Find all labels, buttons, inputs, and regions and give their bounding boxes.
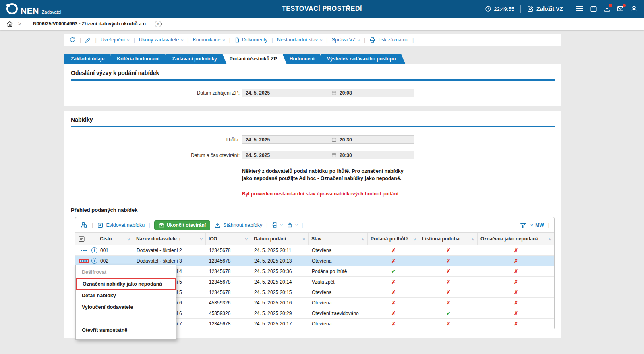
tab-vysledek-postupu[interactable]: Výsledek zadávacího postupu [321, 54, 406, 64]
downloads-icon[interactable] [603, 5, 611, 12]
calendar-icon[interactable] [331, 153, 337, 158]
filter-caret-icon[interactable]: ▽ [549, 237, 551, 241]
cell-ico: 12345678 [206, 245, 251, 255]
otevirani-control: 24. 5. 2025 20:30 [242, 151, 414, 159]
cell-listinna-podoba: ✗ [419, 256, 478, 266]
menu-sprava-vz[interactable]: Správa VZ▽ [332, 37, 360, 43]
breadcrumb-record[interactable]: N006/25/V00004963 - Zřízení datových okr… [33, 21, 150, 27]
close-record-icon[interactable]: ✕ [155, 21, 162, 27]
column-nazev-dodavatele[interactable]: Název dodavatele↑▽ [133, 233, 206, 245]
menu-item-otevrit-samostatne[interactable]: Otevřít samostatně [76, 324, 176, 336]
tisk-zaznamu-button[interactable]: Tisk záznamu [369, 37, 408, 43]
breadcrumb-chevron: > [18, 21, 21, 27]
separator: | [149, 222, 150, 228]
filter-caret-icon[interactable]: ▽ [245, 237, 248, 241]
header-settings-cell[interactable] [75, 233, 97, 245]
calendar-icon[interactable] [590, 5, 597, 12]
info-icon[interactable]: i [91, 247, 97, 253]
column-stav[interactable]: Stav▽ [309, 233, 368, 245]
row-actions-button-highlighted[interactable] [79, 259, 89, 263]
table-row[interactable]: i 001 Dodavatel - školení 2 12345678 24.… [75, 245, 554, 256]
filter-caret-icon[interactable]: ▽ [303, 237, 305, 241]
export-button[interactable]: ▽ [287, 222, 298, 228]
otevirani-date-input[interactable]: 24. 5. 2025 [242, 151, 328, 159]
tab-zakladni-udaje[interactable]: Základní údaje [64, 54, 114, 64]
tab-kriteria-hodnoceni[interactable]: Kritéria hodnocení [110, 54, 169, 64]
menu-item-oznaceni-nepodana[interactable]: Označení nabídky jako nepodaná [76, 278, 176, 290]
menu-spacer [76, 313, 176, 324]
filter-caret-icon[interactable]: ▽ [362, 237, 364, 241]
search-participant-icon[interactable] [80, 221, 88, 229]
session-clock: 22:49:55 [485, 6, 514, 12]
brand[interactable]: NEN Zadavatel [6, 3, 61, 15]
ukoncit-otevirani-button[interactable]: Ukončit otevírání [154, 220, 210, 230]
filter-caret-icon[interactable]: ▽ [414, 237, 416, 241]
calendar-icon[interactable] [331, 137, 337, 142]
filter-icon[interactable] [520, 222, 526, 228]
nen-logo-icon [6, 3, 18, 14]
column-ico[interactable]: IČO▽ [206, 233, 251, 245]
lhuta-date-input[interactable]: 24. 5. 2025 [242, 135, 328, 144]
cell-datum-podani: 24. 5. 2025 20:15 [251, 287, 309, 297]
separator [520, 5, 521, 13]
separator: | [364, 37, 365, 43]
menu-ukony-zadavatele[interactable]: Úkony zadavatele▽ [139, 37, 184, 43]
mw-layout-selector[interactable]: ▽ MW [530, 222, 544, 228]
filter-caret-icon[interactable]: ▽ [200, 237, 203, 241]
column-listinna-podoba[interactable]: Listinná podoba▽ [419, 233, 478, 245]
cell-oznacena-nepodana: ✗ [478, 287, 554, 297]
section-title: Odeslání výzvy k podání nabídek [71, 70, 555, 81]
row-actions-button[interactable] [79, 248, 89, 253]
column-oznacena-nepodana[interactable]: Označena jako nepodaná▽ [478, 233, 554, 245]
tab-hodnoceni[interactable]: Hodnocení [283, 54, 324, 64]
otevirani-time-input[interactable]: 20:30 [328, 151, 414, 159]
column-datum-podani[interactable]: Datum podání▽ [251, 233, 309, 245]
refresh-icon[interactable] [69, 37, 76, 43]
filter-caret-icon[interactable]: ▽ [128, 237, 130, 241]
datum-zahajeni-time-input[interactable]: 20:08 [328, 89, 414, 97]
cell-podana-po-lhute: ✗ [368, 287, 419, 297]
menu-nestandardni-stav[interactable]: Nestandardní stav▽ [277, 37, 323, 43]
separator: | [229, 37, 230, 43]
column-podana-po-lhute[interactable]: Podaná po lhůtě▽ [368, 233, 419, 245]
cell-oznacena-nepodana: ✗ [478, 308, 554, 318]
cell-podana-po-lhute: ✗ [368, 277, 419, 287]
menu-icon[interactable] [576, 6, 584, 12]
cell-listinna-podoba: ✗ [419, 287, 478, 297]
cell-stav: Otevřena [309, 298, 368, 308]
menu-item-detail-nabidky[interactable]: Detail nabídky [76, 290, 176, 301]
menu-dokumenty[interactable]: Dokumenty [234, 37, 267, 43]
section-odeslani-vyzvy: Odeslání výzvy k podání nabídek Datum za… [64, 64, 561, 106]
lhuta-control: 24. 5. 2025 20:30 [242, 135, 414, 144]
tab-zadavaci-podminky[interactable]: Zadávací podmínky [166, 54, 226, 64]
zalozit-vz-button[interactable]: Založit VZ [527, 6, 563, 12]
printer-icon [369, 37, 375, 43]
menu-uverejneni[interactable]: Uveřejnění▽ [101, 37, 130, 43]
calendar-icon[interactable] [331, 90, 337, 95]
top-bar: NEN Zadavatel TESTOVACÍ PROSTŘEDÍ 22:49:… [0, 0, 644, 18]
filter-caret-icon[interactable]: ▽ [472, 237, 474, 241]
download-icon [214, 222, 221, 228]
stahnout-nabidky-button[interactable]: Stáhnout nabídky [214, 222, 262, 228]
cell-listinna-podoba: ✔ [419, 308, 478, 318]
info-icon[interactable]: i [91, 258, 97, 264]
edit-record-icon[interactable] [85, 37, 91, 43]
print-table-button[interactable]: ▽ [272, 222, 283, 228]
evidovat-nabidku-button[interactable]: Evidovat nabídku [97, 222, 145, 228]
cell-oznacena-nepodana: ✗ [478, 298, 554, 308]
home-icon[interactable] [6, 21, 13, 27]
menu-komunikace[interactable]: Komunikace▽ [193, 37, 225, 43]
column-cislo[interactable]: Číslo▽ [97, 233, 133, 245]
lhuta-time-input[interactable]: 20:30 [328, 135, 414, 144]
mail-icon[interactable] [617, 5, 624, 12]
cell-stav: Otevřena [309, 256, 368, 266]
cell-datum-podani: 24. 5. 2025 20:14 [251, 277, 309, 287]
menu-item-vylouceni-dodavatele[interactable]: Vyloučení dodavatele [76, 301, 176, 313]
edit-icon [527, 6, 534, 12]
tab-podani-ucastniku-zp[interactable]: Podání účastníků ZP [223, 54, 287, 64]
column-settings-icon[interactable] [78, 236, 85, 242]
user-icon[interactable] [630, 5, 638, 12]
cell-stav: Otevřena [309, 287, 368, 297]
datum-zahajeni-date-input[interactable]: 24. 5. 2025 [242, 89, 328, 97]
cell-datum-podani: 24. 5. 2025 20:29 [251, 308, 309, 318]
